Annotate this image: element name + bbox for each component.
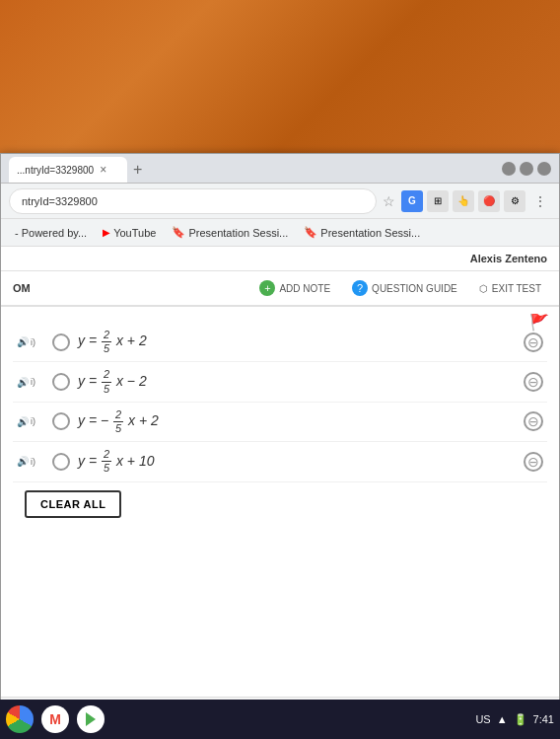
clock: 7:41 — [533, 713, 554, 725]
audio-label-3: i) — [31, 416, 35, 426]
radio-btn-3[interactable] — [52, 412, 70, 430]
new-tab-btn[interactable]: + — [127, 157, 148, 183]
math-eq-1: y = 2 5 x + 2 — [78, 333, 147, 348]
wifi-icon: ▲ — [497, 713, 508, 725]
fraction-3: 2 5 — [113, 408, 123, 435]
math-eq-3: y = − 2 5 x + 2 — [78, 412, 159, 428]
browser-window: ...ntryId=3329800 × + — ❐ × ☆ G ⊞ 👆 🔴 ⚙ … — [0, 153, 560, 739]
radio-btn-1[interactable] — [52, 333, 70, 351]
radio-btn-4[interactable] — [52, 453, 70, 471]
fraction-1: 2 5 — [102, 329, 111, 355]
bookmark-star-icon[interactable]: ☆ — [383, 193, 395, 209]
question-guide-icon: ? — [352, 280, 368, 296]
answer-text-4: y = 2 5 x + 10 — [78, 448, 516, 475]
region-label: US — [475, 713, 490, 725]
flag-btn[interactable]: 🚩 — [529, 313, 549, 332]
math-eq-4: y = 2 5 x + 10 — [78, 453, 155, 469]
user-name: Alexis Zenteno — [470, 253, 547, 264]
audio-icon-3[interactable]: 🔊 i) — [17, 416, 44, 427]
answer-row: 🔊 i) y = − 2 5 x + 2 — [13, 403, 547, 442]
tab-title: ...ntryId=3329800 — [17, 165, 94, 176]
bookmark-powered-label: - Powered by... — [15, 227, 87, 239]
taskbar-apps: M — [6, 705, 105, 733]
fraction-2: 2 5 — [102, 368, 111, 395]
eliminate-btn-1[interactable]: ⊖ — [524, 333, 543, 352]
extension-icon-2[interactable]: ⊞ — [427, 190, 449, 212]
tab-close-btn[interactable]: × — [100, 163, 106, 177]
exit-icon: ⬡ — [479, 283, 488, 294]
answer-text-2: y = 2 5 x − 2 — [78, 368, 516, 395]
page-content: Alexis Zenteno OM + ADD NOTE ? QUESTION … — [1, 247, 559, 739]
title-bar: ...ntryId=3329800 × + — ❐ × — [1, 154, 559, 184]
address-bar: ☆ G ⊞ 👆 🔴 ⚙ ⋮ — [1, 184, 559, 219]
url-input[interactable] — [9, 188, 377, 214]
audio-icon-4[interactable]: 🔊 i) — [17, 456, 44, 467]
math-eq-2: y = 2 5 x − 2 — [78, 373, 147, 389]
extension-icon-1[interactable]: G — [401, 190, 423, 212]
eliminate-btn-4[interactable]: ⊖ — [524, 452, 543, 472]
desktop-background — [0, 0, 560, 153]
audio-icon-2[interactable]: 🔊 i) — [17, 377, 44, 388]
speaker-icon-1: 🔊 — [17, 336, 29, 347]
question-guide-label: QUESTION GUIDE — [372, 283, 457, 294]
more-options-btn[interactable]: ⋮ — [529, 190, 551, 212]
question-area: 🚩 🔊 i) y = 2 5 — [1, 307, 559, 534]
eliminate-btn-2[interactable]: ⊖ — [524, 372, 543, 392]
extension-icon-3[interactable]: 👆 — [453, 190, 474, 212]
answer-row: 🔊 i) y = 2 5 x + 2 — [13, 323, 547, 362]
add-note-icon: + — [259, 280, 275, 296]
browser-tab[interactable]: ...ntryId=3329800 × — [9, 157, 127, 183]
google-play-icon[interactable] — [77, 705, 105, 733]
clear-all-btn[interactable]: CLEAR ALL — [25, 490, 121, 518]
taskbar-system: US ▲ 🔋 7:41 — [475, 713, 554, 726]
nav-actions: + ADD NOTE ? QUESTION GUIDE ⬡ EXIT TEST — [253, 277, 547, 299]
bookmark-presentation-2-label: Presentation Sessi... — [320, 227, 420, 239]
chrome-icon[interactable] — [6, 705, 34, 733]
audio-label-4: i) — [31, 457, 35, 467]
answer-row: 🔊 i) y = 2 5 x + 10 — [13, 442, 547, 481]
minimize-btn[interactable]: — — [502, 162, 516, 176]
bookmark-presentation-1-label: Presentation Sessi... — [188, 227, 288, 239]
exit-test-btn[interactable]: ⬡ EXIT TEST — [473, 280, 547, 297]
battery-icon: 🔋 — [514, 713, 527, 726]
bookmark-presentation-1[interactable]: 🔖 Presentation Sessi... — [166, 224, 294, 241]
bookmark-youtube-label: YouTube — [113, 227, 156, 239]
speaker-icon-4: 🔊 — [17, 456, 29, 467]
bookmarks-bar: - Powered by... ▶ YouTube 🔖 Presentation… — [1, 219, 559, 247]
nav-bar: OM + ADD NOTE ? QUESTION GUIDE ⬡ EXIT TE… — [1, 271, 559, 307]
restore-btn[interactable]: ❐ — [520, 162, 533, 176]
answer-row: 🔊 i) y = 2 5 x − 2 — [13, 362, 547, 402]
bookmark-icon-2: 🔖 — [304, 226, 317, 239]
extension-icon-4[interactable]: 🔴 — [478, 190, 500, 212]
browser-extension-icons: G ⊞ 👆 🔴 ⚙ ⋮ — [401, 190, 551, 212]
eliminate-btn-3[interactable]: ⊖ — [524, 411, 543, 431]
bookmark-presentation-2[interactable]: 🔖 Presentation Sessi... — [298, 224, 426, 241]
gmail-icon[interactable]: M — [41, 705, 69, 733]
speaker-icon-2: 🔊 — [17, 377, 29, 388]
radio-btn-2[interactable] — [52, 373, 70, 391]
test-header: Alexis Zenteno — [1, 247, 559, 271]
exit-test-label: EXIT TEST — [492, 283, 541, 294]
audio-label-2: i) — [31, 377, 35, 387]
answer-text-3: y = − 2 5 x + 2 — [78, 408, 516, 435]
fraction-4: 2 5 — [102, 448, 111, 475]
answer-text-1: y = 2 5 x + 2 — [78, 329, 516, 355]
youtube-icon: ▶ — [103, 227, 110, 238]
question-guide-btn[interactable]: ? QUESTION GUIDE — [346, 277, 463, 299]
bookmark-icon-1: 🔖 — [172, 226, 185, 239]
window-controls: — ❐ × — [502, 162, 551, 176]
speaker-icon-3: 🔊 — [17, 416, 29, 427]
tab-area: ...ntryId=3329800 × + — [9, 154, 502, 183]
extension-icon-5[interactable]: ⚙ — [504, 190, 525, 212]
svg-marker-0 — [86, 712, 96, 726]
audio-icon-1[interactable]: 🔊 i) — [17, 336, 44, 347]
section-label: OM — [13, 282, 31, 294]
taskbar: M US ▲ 🔋 7:41 — [0, 700, 560, 739]
bookmark-youtube[interactable]: ▶ YouTube — [97, 225, 162, 241]
bookmark-powered-by[interactable]: - Powered by... — [9, 225, 93, 241]
add-note-label: ADD NOTE — [279, 283, 330, 294]
add-note-btn[interactable]: + ADD NOTE — [253, 277, 336, 299]
close-btn[interactable]: × — [537, 162, 551, 176]
answer-choices: 🔊 i) y = 2 5 x + 2 — [13, 323, 547, 482]
audio-label-1: i) — [31, 337, 35, 347]
